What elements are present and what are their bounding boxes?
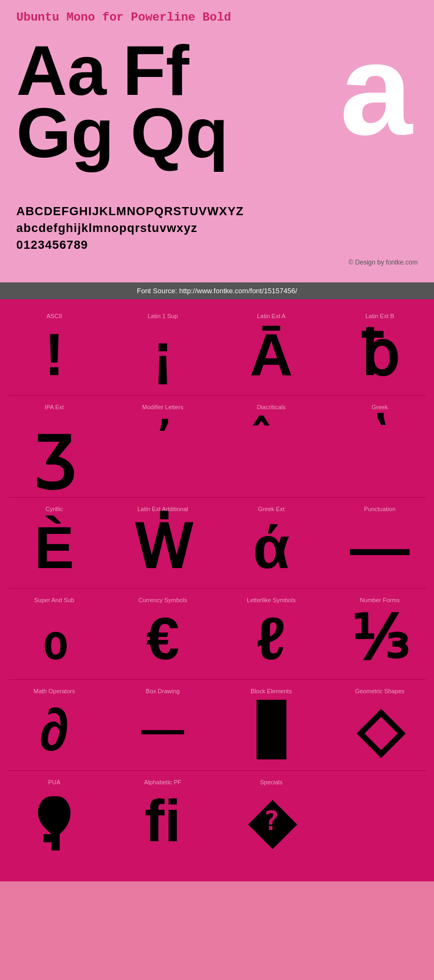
- big-letter-gg: Gg: [16, 98, 114, 168]
- alphabet-upper: ABCDEFGHIJKLMNOPQRSTUVWXYZ: [16, 203, 418, 220]
- label-mathops: Math Operators: [34, 688, 75, 694]
- char-greek: ʽ: [373, 416, 387, 459]
- alphabet-lower: abcdefghijklmnopqrstuvwxyz: [16, 220, 418, 237]
- copyright: © Design by fontke.com: [16, 259, 418, 266]
- char-letterlike: ℓ: [257, 609, 286, 668]
- cell-punctuation: Punctuation —: [326, 498, 434, 588]
- char-geoshapes: ◇: [357, 700, 403, 759]
- label-geoshapes: Geometric Shapes: [355, 688, 404, 694]
- label-latinexta: Latin Ext A: [257, 313, 286, 319]
- label-latinextadd: Latin Ext Additional: [137, 506, 188, 512]
- label-pua: PUA: [48, 779, 61, 785]
- cell-mathops: Math Operators ∂: [0, 680, 108, 770]
- cell-numberforms: Number Forms ⅓: [326, 589, 434, 679]
- label-modletters: Modifier Letters: [142, 404, 183, 410]
- cell-latin1sup: Latin 1 Sup ¡: [108, 305, 217, 395]
- cell-ipaext: IPA Ext ʒ: [0, 396, 108, 497]
- label-specials: Specials: [260, 779, 283, 785]
- char-ascii: !: [44, 325, 65, 384]
- label-ipaext: IPA Ext: [44, 404, 63, 410]
- char-latin1sup: ¡: [153, 325, 173, 384]
- grid-row-4: Super And Sub ₀ Currency Symbols € Lette…: [0, 589, 434, 679]
- grid-row-3: Cyrillic È Latin Ext Additional Ẇ Greek …: [0, 498, 434, 588]
- label-boxdrawing: Box Drawing: [146, 688, 180, 694]
- cell-empty: [326, 771, 434, 876]
- char-latinextadd: Ẇ: [133, 518, 193, 577]
- label-latinextb: Latin Ext B: [365, 313, 394, 319]
- label-superandsub: Super And Sub: [34, 597, 74, 603]
- cell-superandsub: Super And Sub ₀: [0, 589, 108, 679]
- block-rect: [257, 700, 286, 759]
- grid-row-2: IPA Ext ʒ Modifier Letters ʼ Diacritical…: [0, 396, 434, 497]
- source-text: Font Source: http://www.fontke.com/font/…: [137, 287, 297, 295]
- source-bar: Font Source: http://www.fontke.com/font/…: [0, 282, 434, 299]
- cell-latinexta: Latin Ext A Ā: [217, 305, 326, 395]
- cell-alphabeticpf: Alphabetic PF ﬁ: [108, 771, 217, 876]
- char-pua: [33, 791, 76, 865]
- char-latinextb: ƀ: [361, 325, 399, 384]
- big-letter-qq: Qq: [131, 98, 229, 168]
- alphabet-section: ABCDEFGHIJKLMNOPQRSTUVWXYZ abcdefghijklm…: [16, 203, 418, 253]
- label-greekext: Greek Ext: [258, 506, 285, 512]
- label-greek: Greek: [372, 404, 388, 410]
- label-currency: Currency Symbols: [138, 597, 187, 603]
- label-latin1sup: Latin 1 Sup: [148, 313, 178, 319]
- label-diacriticals: Diacriticals: [257, 404, 285, 410]
- char-punctuation: —: [350, 518, 410, 577]
- label-cyrillic: Cyrillic: [46, 506, 63, 512]
- cell-ascii: ASCII !: [0, 305, 108, 395]
- char-latinexta: Ā: [250, 325, 292, 384]
- digits: 0123456789: [16, 237, 418, 254]
- label-letterlike: Letterlike Symbols: [247, 597, 296, 603]
- cell-modletters: Modifier Letters ʼ: [108, 396, 217, 497]
- cell-currency: Currency Symbols €: [108, 589, 217, 679]
- big-letter-white-a: a: [340, 17, 412, 162]
- char-modletters: ʼ: [156, 416, 170, 459]
- grid-row-1: ASCII ! Latin 1 Sup ¡ Latin Ext A Ā Lati…: [0, 305, 434, 395]
- char-cyrillic: È: [34, 518, 74, 577]
- cell-blockelements: Block Elements: [217, 680, 326, 770]
- grid-section: ASCII ! Latin 1 Sup ¡ Latin Ext A Ā Lati…: [0, 299, 434, 881]
- cell-pua: PUA: [0, 771, 108, 876]
- cell-latinextadd: Latin Ext Additional Ẇ: [108, 498, 217, 588]
- cell-latinextb: Latin Ext B ƀ: [326, 305, 434, 395]
- cell-letterlike: Letterlike Symbols ℓ: [217, 589, 326, 679]
- cell-greek: Greek ʽ: [326, 396, 434, 497]
- cell-boxdrawing: Box Drawing ─: [108, 680, 217, 770]
- label-ascii: ASCII: [47, 313, 62, 319]
- grid-row-6: PUA Alphabetic PF ﬁ Specials ◆ ?: [0, 771, 434, 876]
- grid-row-5: Math Operators ∂ Box Drawing ─ Block Ele…: [0, 680, 434, 770]
- cell-cyrillic: Cyrillic È: [0, 498, 108, 588]
- cell-greekext: Greek Ext ά: [217, 498, 326, 588]
- label-punctuation: Punctuation: [364, 506, 395, 512]
- header-section: Ubuntu Mono for Powerline Bold Aa Ff Gg …: [0, 0, 434, 282]
- label-blockelements: Block Elements: [251, 688, 292, 694]
- char-currency: €: [146, 609, 179, 668]
- char-ipaext: ʒ: [34, 416, 75, 486]
- cell-diacriticals: Diacriticals ̂: [217, 396, 326, 497]
- char-mathops: ∂: [40, 700, 69, 759]
- char-specials-question: ?: [263, 805, 279, 836]
- label-alphabeticpf: Alphabetic PF: [144, 779, 181, 785]
- char-superandsub: ₀: [42, 609, 66, 668]
- char-boxdrawing: ─: [142, 700, 184, 759]
- cell-specials: Specials ◆ ?: [217, 771, 326, 876]
- cell-geoshapes: Geometric Shapes ◇: [326, 680, 434, 770]
- char-greekext: ά: [253, 518, 290, 577]
- char-alphabeticpf: ﬁ: [144, 791, 181, 850]
- label-numberforms: Number Forms: [360, 597, 399, 603]
- char-numberforms: ⅓: [351, 609, 409, 668]
